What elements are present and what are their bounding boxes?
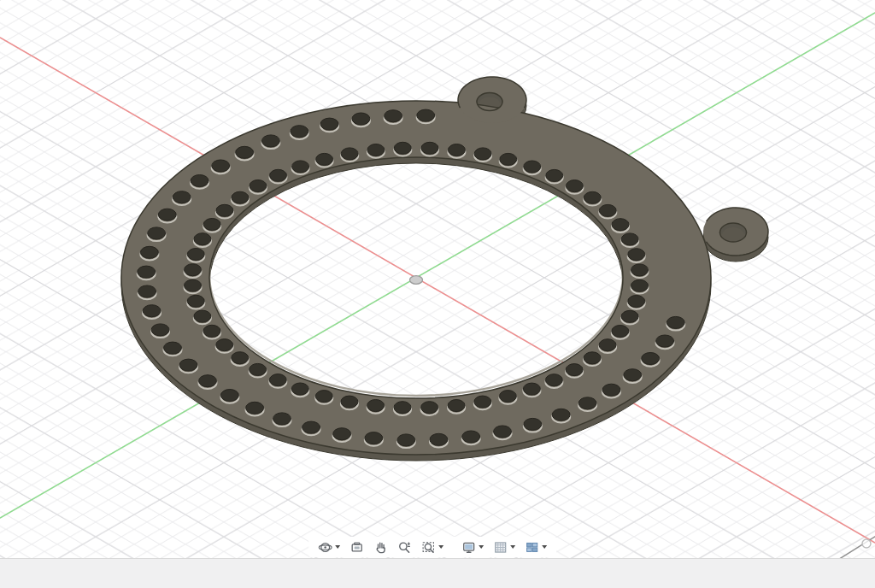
orbit-icon — [318, 540, 332, 555]
look-at-button[interactable] — [349, 538, 365, 556]
chevron-down-icon — [438, 545, 443, 549]
zoom-magnifier-icon — [397, 540, 412, 555]
orbit-button[interactable] — [317, 538, 341, 556]
display-settings-button[interactable] — [461, 538, 484, 556]
cad-application-window — [0, 0, 875, 588]
chevron-down-icon — [479, 545, 484, 549]
fit-magnifier-icon — [421, 540, 436, 555]
status-bar — [0, 558, 875, 588]
fit-button[interactable] — [420, 538, 444, 556]
look-at-icon — [349, 540, 364, 555]
origin-marker — [410, 276, 423, 285]
axis-endpoint-circle — [862, 539, 871, 548]
viewports-icon — [525, 540, 539, 555]
display-monitor-icon — [461, 540, 476, 555]
viewport-canvas[interactable] — [0, 0, 875, 558]
chevron-down-icon — [335, 545, 340, 549]
3d-scene[interactable] — [0, 0, 875, 558]
grid-icon — [493, 540, 508, 555]
navigation-toolbar — [308, 537, 556, 557]
grid-and-snaps-button[interactable] — [492, 538, 516, 556]
pan-button[interactable] — [373, 538, 389, 556]
chevron-down-icon — [510, 545, 515, 549]
zoom-button[interactable] — [396, 538, 413, 556]
chevron-down-icon — [542, 545, 547, 549]
pan-hand-icon — [373, 540, 388, 555]
viewports-button[interactable] — [524, 538, 548, 556]
